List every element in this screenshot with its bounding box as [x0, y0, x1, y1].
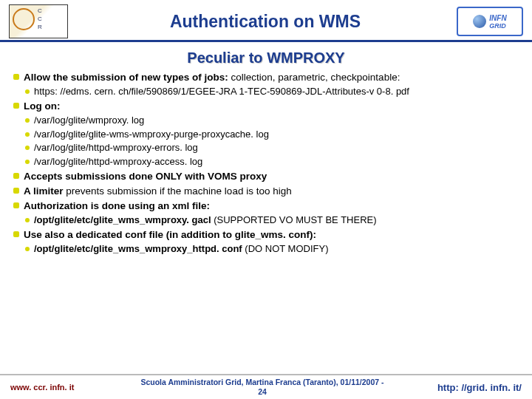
- globe-icon: [473, 15, 486, 28]
- infn-grid-logo: INFN GRID: [457, 7, 523, 36]
- log-path-0: /var/log/glite/wmproxy. log: [13, 115, 519, 127]
- bullet-authorization: Authorization is done using an xml file:: [13, 200, 519, 212]
- footer-page-number: 24: [99, 387, 426, 397]
- bullet-logon: Log on:: [13, 100, 519, 112]
- infn-text: INFN: [489, 14, 506, 22]
- footer-center: Scuola Amministratori Grid, Martina Fran…: [99, 378, 426, 396]
- limiter-lead: A limiter: [24, 185, 66, 197]
- log-path-3: /var/log/glite/httpd-wmproxy-access. log: [13, 156, 519, 168]
- ccr-logo: [9, 4, 68, 38]
- bullet-submission: Allow the submission of new types of job…: [13, 71, 519, 83]
- slide-subtitle: Peculiar to WMPROXY: [0, 50, 532, 66]
- slide-body: Allow the submission of new types of job…: [0, 71, 532, 256]
- slide-title: Authentication on WMS: [74, 12, 457, 32]
- bullet-limiter: A limiter prevents submission if the mac…: [13, 185, 519, 197]
- bullet-text-types: collection, parametric, checkpointable:: [231, 72, 400, 83]
- gacl-line: /opt/glite/etc/glite_wms_wmproxy. gacl (…: [13, 214, 519, 227]
- sub-bullet-link: https: //edms. cern. ch/file/590869/1/EG…: [13, 86, 519, 98]
- conf-line: /opt/glite/etc/glite_wms_wmproxy_httpd. …: [13, 243, 519, 256]
- footer-left-url: www. ccr. infn. it: [10, 383, 99, 392]
- slide-footer: www. ccr. infn. it Scuola Amministratori…: [0, 374, 532, 399]
- slide-header: Authentication on WMS INFN GRID: [0, 0, 532, 42]
- bullet-voms: Accepts submissions done ONLY with VOMS …: [13, 170, 519, 183]
- bullet-text: Allow the submission of new types of job…: [24, 72, 231, 83]
- gacl-path: /opt/glite/etc/glite_wms_wmproxy. gacl: [34, 214, 214, 225]
- log-path-1: /var/log/glite/glite-wms-wmproxy-purge-p…: [13, 129, 519, 141]
- grid-text: GRID: [489, 22, 506, 30]
- limiter-rest: prevents submission if the machine load …: [66, 185, 291, 197]
- log-path-2: /var/log/glite/httpd-wmproxy-errors. log: [13, 142, 519, 154]
- conf-note: (DO NOT MODIFY): [245, 243, 328, 254]
- footer-event: Scuola Amministratori Grid, Martina Fran…: [99, 378, 426, 387]
- footer-right-url: http: //grid. infn. it/: [426, 382, 522, 393]
- gacl-note: (SUPPORTED VO MUST BE THERE): [214, 214, 376, 225]
- bullet-conf: Use also a dedicated conf file (in addit…: [13, 228, 519, 241]
- conf-path: /opt/glite/etc/glite_wms_wmproxy_httpd. …: [34, 243, 245, 254]
